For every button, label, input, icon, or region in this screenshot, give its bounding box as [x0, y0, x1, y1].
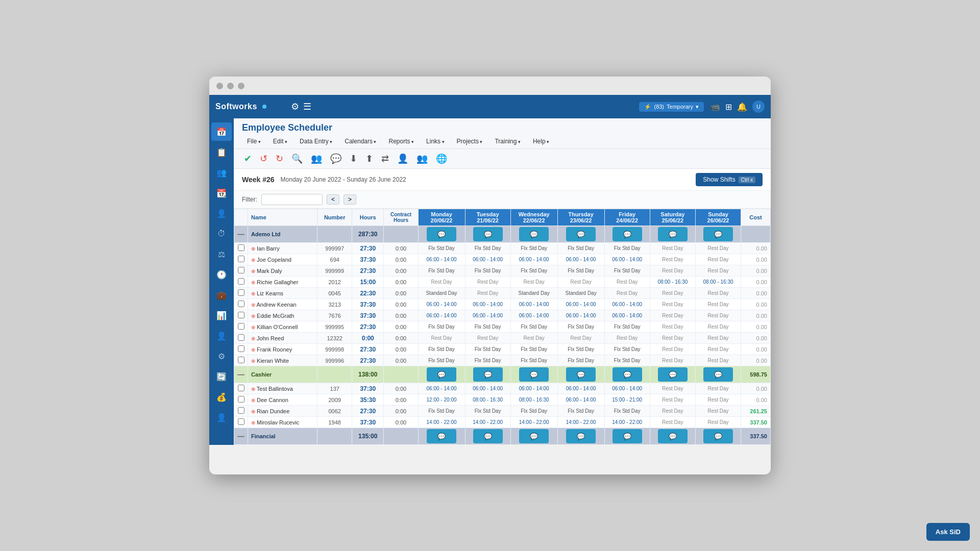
group-chat-cell[interactable]: 💬 [418, 226, 465, 243]
shift-cell[interactable]: Rest Day [650, 383, 695, 394]
upload-icon[interactable]: ⬆ [363, 152, 375, 165]
next-btn[interactable]: > [344, 194, 356, 205]
shift-cell[interactable]: Rest Day [650, 254, 695, 265]
sidebar-item-user2[interactable]: 👤 [211, 327, 232, 345]
shift-cell[interactable]: 15:00 - 21:00 [604, 394, 650, 406]
emp-checkbox[interactable] [234, 265, 248, 277]
shift-cell[interactable]: Flx Std Day [465, 321, 510, 333]
group-chat-cell[interactable]: 💬 [418, 366, 465, 383]
group-chat-btn[interactable]: 💬 [612, 367, 642, 382]
sidebar-item-chart[interactable]: 📊 [211, 306, 232, 324]
emp-checkbox[interactable] [234, 299, 248, 310]
bell-icon[interactable]: 🔔 [737, 102, 747, 112]
shift-cell[interactable]: Flx Std Day [557, 355, 604, 366]
filter-badge[interactable]: ⚡ (83) Temporary ▾ [639, 102, 704, 112]
group-chat-cell[interactable]: 💬 [557, 226, 604, 243]
group-chat-btn[interactable]: 💬 [427, 429, 456, 443]
shift-cell[interactable]: 14:00 - 22:00 [418, 417, 465, 428]
check-icon[interactable]: ✔ [242, 152, 254, 165]
shift-cell[interactable]: 06:00 - 14:00 [510, 299, 557, 310]
shift-cell[interactable]: 06:00 - 14:00 [557, 310, 604, 321]
emp-checkbox[interactable] [234, 288, 248, 299]
shift-cell[interactable]: Standard Day [418, 288, 465, 299]
shift-cell[interactable]: Flx Std Day [418, 355, 465, 366]
shift-cell[interactable]: Flx Std Day [510, 344, 557, 355]
shift-cell[interactable]: Rest Day [695, 265, 741, 277]
group-chat-btn[interactable]: 💬 [612, 429, 642, 443]
shift-cell[interactable]: Rest Day [604, 277, 650, 288]
shift-cell[interactable]: Rest Day [650, 417, 695, 428]
group-chat-btn[interactable]: 💬 [427, 227, 456, 241]
shift-cell[interactable]: Rest Day [695, 254, 741, 265]
shift-cell[interactable]: 06:00 - 14:00 [418, 254, 465, 265]
shift-cell[interactable]: 06:00 - 14:00 [465, 383, 510, 394]
shift-cell[interactable]: 06:00 - 14:00 [604, 383, 650, 394]
group-chat-btn[interactable]: 💬 [519, 429, 549, 443]
shift-cell[interactable]: 06:00 - 14:00 [465, 299, 510, 310]
menu-calendars[interactable]: Calendars [339, 136, 381, 146]
shift-cell[interactable]: Flx Std Day [418, 344, 465, 355]
emp-checkbox[interactable] [234, 383, 248, 394]
shift-cell[interactable]: Flx Std Day [557, 344, 604, 355]
menu-reports[interactable]: Reports [384, 136, 420, 146]
shift-cell[interactable]: 06:00 - 14:00 [604, 254, 650, 265]
sidebar-item-time[interactable]: 🕐 [211, 265, 232, 284]
shift-cell[interactable]: Flx Std Day [557, 243, 604, 254]
shift-cell[interactable]: Rest Day [695, 406, 741, 417]
close-dot[interactable] [216, 83, 223, 89]
sidebar-item-gear[interactable]: ⚙ [211, 347, 232, 365]
emp-checkbox[interactable] [234, 321, 248, 333]
shift-cell[interactable]: Rest Day [650, 394, 695, 406]
scheduler-container[interactable]: Name Number Hours ContractHours Monday20… [234, 209, 771, 445]
shift-cell[interactable]: Flx Std Day [510, 321, 557, 333]
menu-edit[interactable]: Edit [268, 136, 292, 146]
shift-cell[interactable]: 08:00 - 16:30 [695, 277, 741, 288]
emp-checkbox[interactable] [234, 355, 248, 366]
shift-cell[interactable]: 06:00 - 14:00 [465, 254, 510, 265]
shift-cell[interactable]: Rest Day [604, 288, 650, 299]
group-chat-cell[interactable]: 💬 [695, 226, 741, 243]
shift-cell[interactable]: Rest Day [650, 355, 695, 366]
shift-cell[interactable]: Rest Day [418, 333, 465, 344]
settings-icon[interactable]: ⚙ [291, 101, 299, 112]
download-icon[interactable]: ⬇ [348, 152, 359, 165]
menu-training[interactable]: Training [489, 136, 525, 146]
group-chat-cell[interactable]: 💬 [695, 428, 741, 445]
shift-cell[interactable]: 08:00 - 16:30 [465, 394, 510, 406]
shift-cell[interactable]: 08:00 - 16:30 [650, 277, 695, 288]
sidebar-item-person[interactable]: 👤 [211, 204, 232, 222]
group-chat-cell[interactable]: 💬 [650, 428, 695, 445]
shift-cell[interactable]: Rest Day [695, 333, 741, 344]
shift-cell[interactable]: Rest Day [650, 288, 695, 299]
shift-cell[interactable]: Rest Day [650, 344, 695, 355]
shift-cell[interactable]: 06:00 - 14:00 [510, 383, 557, 394]
emp-checkbox[interactable] [234, 333, 248, 344]
group-chat-cell[interactable]: 💬 [465, 428, 510, 445]
shift-cell[interactable]: 06:00 - 14:00 [557, 299, 604, 310]
shift-cell[interactable]: 06:00 - 14:00 [465, 310, 510, 321]
group-chat-cell[interactable]: 💬 [650, 226, 695, 243]
group-chat-btn[interactable]: 💬 [566, 227, 596, 241]
group-chat-btn[interactable]: 💬 [703, 367, 733, 382]
shift-cell[interactable]: Flx Std Day [604, 355, 650, 366]
grid-icon[interactable]: ⊞ [725, 102, 732, 112]
video-icon[interactable]: 📹 [710, 102, 720, 112]
group-chat-cell[interactable]: 💬 [465, 226, 510, 243]
sidebar-item-copy[interactable]: 📋 [211, 143, 232, 161]
shift-cell[interactable]: 06:00 - 14:00 [510, 254, 557, 265]
menu-help[interactable]: Help [528, 136, 554, 146]
shift-cell[interactable]: Rest Day [695, 299, 741, 310]
shift-cell[interactable]: Flx Std Day [510, 265, 557, 277]
show-shifts-button[interactable]: Show Shifts Ctrl x [696, 173, 763, 186]
group-chat-cell[interactable]: 💬 [465, 366, 510, 383]
sidebar-item-user3[interactable]: 👤 [211, 408, 232, 427]
group-chat-btn[interactable]: 💬 [473, 367, 503, 382]
group-chat-cell[interactable]: 💬 [510, 366, 557, 383]
shift-cell[interactable]: Flx Std Day [418, 406, 465, 417]
shift-cell[interactable]: Flx Std Day [604, 265, 650, 277]
minimize-dot[interactable] [227, 83, 234, 89]
user-avatar[interactable]: U [752, 101, 765, 113]
shift-cell[interactable]: Rest Day [650, 299, 695, 310]
emp-checkbox[interactable] [234, 277, 248, 288]
emp-checkbox[interactable] [234, 254, 248, 265]
